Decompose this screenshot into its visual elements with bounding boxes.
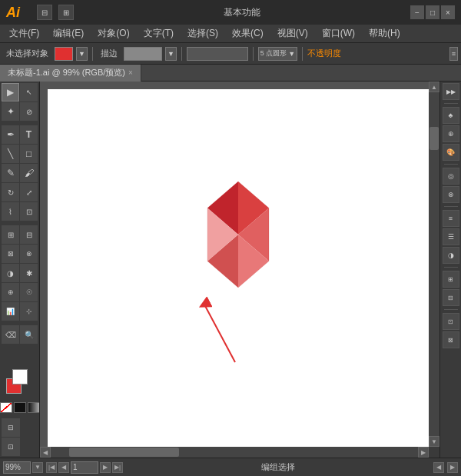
panel-btn-2[interactable]: ♣ [443,107,459,124]
scroll-down-button[interactable]: ▼ [429,436,439,447]
black-swatch[interactable] [14,402,26,413]
extra-options[interactable]: ≡ [449,47,458,61]
panel-btn-11[interactable]: ⊟ [443,289,459,306]
right-sep-2 [444,164,458,165]
chart-tool-button[interactable]: 📊 [2,302,19,321]
line-tool-button[interactable]: ╲ [2,145,19,163]
warp-tool-button[interactable]: ⌇ [2,202,19,221]
menu-effect[interactable]: 效果(C) [226,25,270,42]
fill-color-swatch[interactable] [55,47,73,61]
sep-1 [92,47,93,61]
rect-tool-button[interactable]: □ [20,145,38,163]
free-transform-button[interactable]: ⊡ [20,202,38,221]
panel-btn-7[interactable]: ≡ [443,210,459,227]
maximize-button[interactable]: □ [426,5,439,19]
minimize-button[interactable]: − [410,5,424,19]
options-toolbar: 未选择对象 ▼ 描边 ▼ 5 点圆形 ▼ 不透明度 ≡ [0,43,461,65]
panel-btn-12[interactable]: ⊡ [443,313,459,330]
scroll-up-button[interactable]: ▲ [429,82,439,92]
tab-close-button[interactable]: × [128,68,133,77]
menu-select[interactable]: 选择(S) [181,25,224,42]
point-dropdown[interactable]: 5 点圆形 ▼ [258,47,297,61]
panel-btn-1[interactable]: ▶▶ [443,83,459,100]
screen-mode-button[interactable]: ⊟ [2,418,20,437]
scroll-thumb-h[interactable] [69,448,179,457]
eraser-tool-button[interactable]: ⌫ [2,325,19,344]
close-button[interactable]: × [441,5,455,19]
shape-builder-button[interactable]: ⊞ [2,225,19,244]
menu-file[interactable]: 文件(F) [3,25,45,42]
mesh-tool-button[interactable]: ⊗ [20,245,38,263]
scroll-thumb-v[interactable] [429,127,439,150]
menu-window[interactable]: 窗口(W) [316,25,361,42]
zoom-tool-button[interactable]: 🔍 [20,325,38,344]
color-swatches [2,363,38,414]
panel-btn-3[interactable]: ⊕ [443,125,459,142]
selection-tool-button[interactable]: ▶ [2,83,19,102]
change-screen-button[interactable]: ⊡ [2,438,20,456]
pen-tool-button[interactable]: ✒ [2,125,19,144]
stroke-dropdown[interactable]: ▼ [165,47,177,61]
tab-label: 未标题-1.ai @ 99% (RGB/预览) [8,67,125,78]
scale-tool-button[interactable]: ⤢ [20,183,38,201]
none-swatch[interactable] [0,402,12,413]
panel-btn-4[interactable]: 🎨 [443,144,459,161]
panel-btn-13[interactable]: ⊠ [443,331,459,348]
panel-btn-6[interactable]: ⊗ [443,186,459,203]
scroll-track-h[interactable] [51,447,418,458]
canvas-area[interactable]: ▲ ▼ ◀ ▶ [40,82,439,458]
document-tab[interactable]: 未标题-1.ai @ 99% (RGB/预览) × [0,65,141,82]
type-tool-button[interactable]: T [20,125,38,144]
gradient-swatch[interactable] [28,402,40,413]
title-bar: Ai ⊟ ⊞ 基本功能 − □ × [0,0,461,25]
slice-tool-button[interactable]: ⊹ [20,302,38,321]
zoom-dropdown-button[interactable]: ▼ [32,462,43,473]
first-page-button[interactable]: |◀ [46,462,57,473]
gradient-tool-button[interactable]: ◑ [2,264,19,282]
menu-edit[interactable]: 编辑(E) [47,25,90,42]
symbol-tool-button[interactable]: ☉ [20,283,38,301]
status-next-button[interactable]: ▶ [447,462,458,473]
direct-selection-tool-button[interactable]: ↖ [20,83,38,102]
brush-tool-button[interactable]: 🖌 [20,164,38,182]
eyedropper-button[interactable]: ✱ [20,264,38,282]
prev-page-button[interactable]: ◀ [58,462,69,473]
vertical-scrollbar[interactable]: ▲ ▼ [429,82,439,447]
arrange-icon[interactable]: ⊟ [37,5,52,20]
panel-btn-10[interactable]: ⊞ [443,271,459,288]
panel-btn-8[interactable]: ☰ [443,228,459,245]
zoom-control: ▼ [3,461,43,474]
page-input[interactable] [71,461,98,474]
scroll-right-button[interactable]: ▶ [418,447,429,458]
sep-3 [253,47,254,61]
zoom-input[interactable] [3,461,31,474]
blend-tool-button[interactable]: ⊕ [2,283,19,301]
menu-view[interactable]: 视图(V) [271,25,314,42]
panel-btn-5[interactable]: ◎ [443,168,459,185]
horizontal-scrollbar[interactable]: ◀ ▶ [40,447,429,458]
stroke-color-input[interactable] [124,47,162,61]
scroll-track-v[interactable] [429,92,439,436]
last-page-button[interactable]: ▶| [112,462,123,473]
menu-object[interactable]: 对象(O) [91,25,135,42]
layout-icon[interactable]: ⊞ [58,5,74,20]
menu-type[interactable]: 文字(T) [138,25,180,42]
lasso-tool-button[interactable]: ⊘ [20,102,38,121]
artboard[interactable] [48,89,429,447]
menu-help[interactable]: 帮助(H) [363,25,406,42]
panel-btn-9[interactable]: ◑ [443,247,459,264]
status-prev-button[interactable]: ◀ [433,462,444,473]
pencil-tool-button[interactable]: ✎ [2,164,19,182]
window-controls: − □ × [410,5,455,19]
stroke-weight-input[interactable] [187,47,248,61]
scroll-left-button[interactable]: ◀ [40,447,51,458]
background-color-swatch[interactable] [12,369,28,384]
live-paint-button[interactable]: ⊟ [20,225,38,244]
right-sep-4 [444,267,458,268]
magic-wand-tool-button[interactable]: ✦ [2,102,19,121]
next-page-button[interactable]: ▶ [100,462,111,473]
perspective-grid-button[interactable]: ⊠ [2,245,19,263]
rotate-tool-button[interactable]: ↻ [2,183,19,201]
fill-dropdown[interactable]: ▼ [76,47,88,61]
stroke-label: 描边 [98,48,121,59]
